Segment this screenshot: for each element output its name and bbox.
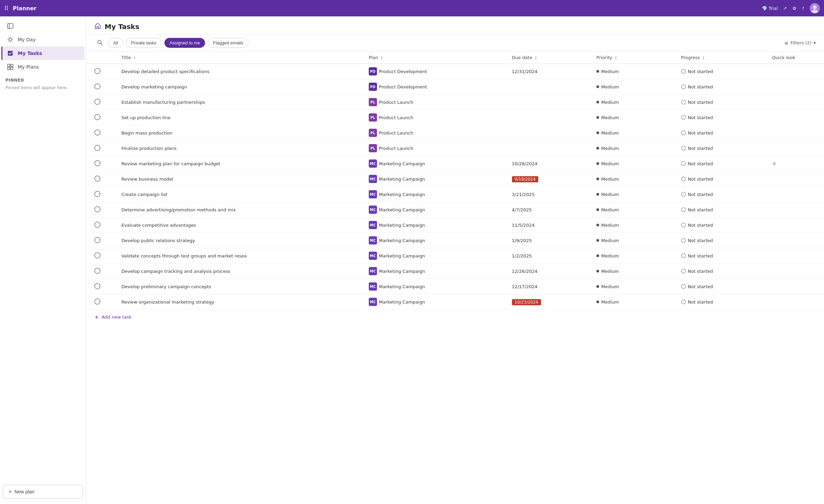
plan-icon: MC <box>369 236 377 244</box>
plan-name: Marketing Campaign <box>379 253 425 258</box>
plan-icon: PD <box>369 67 377 75</box>
task-priority: Medium <box>596 284 676 289</box>
progress-circle-icon <box>681 100 686 104</box>
task-table: Title ↕ Plan ↕ Due date ↕ Priority ↕ Pro… <box>86 52 824 310</box>
priority-dot-icon <box>596 116 599 119</box>
svg-rect-15 <box>11 64 13 67</box>
task-checkbox[interactable] <box>94 176 100 182</box>
search-button[interactable] <box>94 38 105 48</box>
task-plan: MC Marketing Campaign <box>369 190 425 198</box>
avatar[interactable] <box>810 3 820 13</box>
sidebar-item-my-plans[interactable]: My Plans <box>1 60 84 74</box>
plan-icon: MC <box>369 159 377 168</box>
priority-label: Medium <box>601 223 619 228</box>
task-progress: Not started <box>681 100 767 105</box>
quicklook-icon[interactable]: ✳ <box>772 160 776 167</box>
col-plan[interactable]: Plan ↕ <box>366 52 509 64</box>
add-task-label: Add new task <box>102 314 132 320</box>
priority-dot-icon <box>596 131 599 134</box>
plan-icon: PL <box>369 129 377 137</box>
task-progress: Not started <box>681 207 767 212</box>
task-title: Establish manufacturing partnerships <box>121 100 363 105</box>
grid-dots-icon[interactable]: ⠿ <box>4 5 9 12</box>
tab-assigned-to-me[interactable]: Assigned to me <box>164 38 205 48</box>
svg-line-19 <box>101 43 102 45</box>
task-progress: Not started <box>681 130 767 136</box>
add-task-row[interactable]: + Add new task <box>86 310 824 324</box>
task-checkbox[interactable] <box>94 283 100 289</box>
col-quicklook: Quick look <box>769 52 824 64</box>
task-plan: PD Product Development <box>369 67 427 75</box>
task-progress: Not started <box>681 223 767 228</box>
task-checkbox[interactable] <box>94 222 100 228</box>
task-checkbox[interactable] <box>94 298 100 305</box>
plan-icon: MC <box>369 175 377 183</box>
task-progress: Not started <box>681 299 767 305</box>
due-date-badge: 9/19/2024 <box>512 176 539 182</box>
task-checkbox[interactable] <box>94 237 100 243</box>
share-icon[interactable]: ↗ <box>783 6 787 11</box>
priority-dot-icon <box>596 300 599 303</box>
task-checkbox[interactable] <box>94 83 100 89</box>
task-priority: Medium <box>596 238 676 243</box>
progress-label: Not started <box>688 299 713 305</box>
task-priority: Medium <box>596 207 676 212</box>
svg-line-11 <box>12 38 12 38</box>
progress-label: Not started <box>688 269 713 274</box>
tab-all[interactable]: All <box>108 38 123 48</box>
page-title: My Tasks <box>105 23 139 31</box>
task-progress: Not started <box>681 177 767 182</box>
plan-name: Product Launch <box>379 146 414 151</box>
sidebar-item-my-tasks[interactable]: My Tasks <box>1 46 84 60</box>
page-header: My Tasks <box>86 16 824 34</box>
task-checkbox[interactable] <box>94 252 100 258</box>
task-checkbox[interactable] <box>94 191 100 197</box>
priority-dot-icon <box>596 178 599 180</box>
plan-icon: MC <box>369 206 377 214</box>
task-checkbox[interactable] <box>94 268 100 274</box>
new-plan-button[interactable]: + New plan <box>3 485 83 499</box>
svg-rect-17 <box>11 67 13 70</box>
sidebar-toggle[interactable] <box>1 19 84 33</box>
svg-rect-16 <box>8 67 10 70</box>
col-due-date[interactable]: Due date ↕ <box>509 52 594 64</box>
settings-icon[interactable]: ⚙ <box>792 6 796 11</box>
priority-label: Medium <box>601 84 619 89</box>
sidebar: My Day My Tasks My Plans Pinned Pinned i… <box>0 16 86 504</box>
task-plan: MC Marketing Campaign <box>369 221 425 229</box>
due-date: 12/17/2024 <box>512 284 538 289</box>
priority-label: Medium <box>601 69 619 74</box>
task-checkbox[interactable] <box>94 145 100 151</box>
progress-circle-icon <box>681 192 686 197</box>
priority-dot-icon <box>596 85 599 88</box>
plan-name: Marketing Campaign <box>379 207 425 212</box>
priority-dot-icon <box>596 208 599 211</box>
add-task-icon: + <box>94 314 99 320</box>
progress-circle-icon <box>681 84 686 89</box>
task-title: Create campaign list <box>121 192 363 197</box>
task-checkbox[interactable] <box>94 129 100 136</box>
trial-button[interactable]: 💎 Trial <box>762 6 778 11</box>
task-checkbox[interactable] <box>94 114 100 120</box>
plan-name: Product Launch <box>379 115 414 120</box>
tab-flagged-emails[interactable]: Flagged emails <box>208 38 248 48</box>
task-checkbox[interactable] <box>94 68 100 74</box>
priority-label: Medium <box>601 253 619 258</box>
progress-label: Not started <box>688 100 713 105</box>
filter-button[interactable]: ≡ Filters (2) ▾ <box>784 40 816 46</box>
due-date-badge: 10/23/2024 <box>512 299 541 305</box>
tab-private-tasks[interactable]: Private tasks <box>126 38 161 48</box>
col-title[interactable]: Title ↕ <box>119 52 366 64</box>
task-checkbox[interactable] <box>94 99 100 105</box>
col-progress[interactable]: Progress ↕ <box>678 52 770 64</box>
task-checkbox[interactable] <box>94 206 100 212</box>
progress-label: Not started <box>688 223 713 228</box>
priority-label: Medium <box>601 269 619 274</box>
help-icon[interactable]: ? <box>802 6 804 11</box>
svg-point-4 <box>9 38 12 41</box>
task-progress: Not started <box>681 69 767 74</box>
task-priority: Medium <box>596 100 676 105</box>
task-checkbox[interactable] <box>94 160 100 166</box>
col-priority[interactable]: Priority ↕ <box>594 52 678 64</box>
sidebar-item-my-day[interactable]: My Day <box>1 33 84 46</box>
